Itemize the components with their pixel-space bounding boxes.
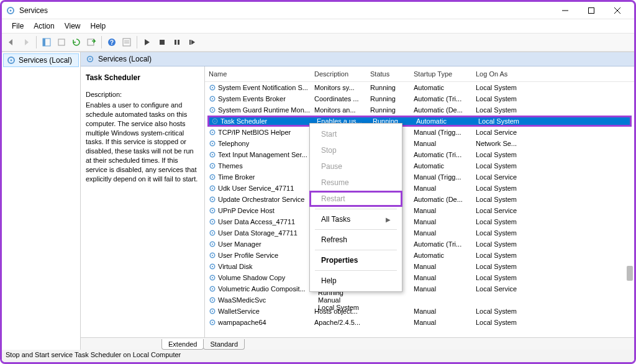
service-row[interactable]: User Profile ServiceAutomaticLocal Syste… [205, 250, 634, 261]
service-row[interactable]: System Event Notification S...Monitors s… [205, 82, 634, 93]
service-startup: Automatic [414, 117, 476, 125]
service-row[interactable]: Update Orchestrator ServiceAutomatic (De… [205, 194, 634, 205]
svg-point-46 [212, 210, 213, 211]
service-row[interactable]: System Events BrokerCoordinates ...Runni… [205, 93, 634, 104]
service-logon: Local System [472, 95, 525, 102]
tab-extended[interactable]: Extended [161, 339, 204, 350]
svg-point-54 [212, 255, 213, 256]
ctx-help[interactable]: Help [310, 273, 402, 289]
service-status: Running [366, 84, 410, 91]
service-logon: Local System [472, 274, 525, 281]
service-row[interactable]: User ManagerAutomatic (Tri...Local Syste… [205, 239, 634, 250]
service-name: User Data Storage_47711 [218, 229, 298, 237]
svg-point-48 [212, 221, 213, 222]
service-row[interactable]: Task SchedulerEnables a us...RunningAuto… [207, 116, 632, 127]
service-row[interactable]: WalletServiceHosts object...ManualLocal … [205, 306, 634, 317]
svg-text:?: ? [110, 39, 114, 46]
pause-service-button[interactable] [170, 35, 184, 49]
service-name: Virtual Disk [218, 263, 252, 270]
service-logon: Local System [472, 84, 525, 91]
service-logon: Local System [472, 196, 525, 203]
show-hide-tree-button[interactable] [40, 35, 53, 49]
service-row[interactable]: Virtual DiskProvides ma...ManualLocal Sy… [205, 261, 634, 272]
menu-view[interactable]: View [60, 20, 86, 32]
ctx-stop[interactable]: Stop [310, 142, 402, 158]
restart-service-button[interactable] [185, 35, 199, 49]
minimize-button[interactable] [552, 2, 578, 19]
scrollbar-thumb[interactable] [627, 266, 633, 281]
service-row[interactable]: User Data Storage_47711ManualLocal Syste… [205, 227, 634, 239]
service-row[interactable]: TelephonyManualNetwork Se... [205, 138, 634, 149]
service-row[interactable]: wampapache64Apache/2.4.5...ManualLocal S… [205, 317, 634, 328]
service-name: wampapache64 [218, 319, 266, 326]
service-name: TCP/IP NetBIOS Helper [218, 129, 291, 136]
titlebar: Services [2, 2, 634, 19]
service-row[interactable]: User Data Access_47711ManualLocal System [205, 216, 634, 227]
service-row[interactable]: UPnP Device HostManualLocal Service [205, 205, 634, 216]
service-startup: Manual [410, 307, 472, 315]
svg-point-58 [212, 277, 213, 278]
col-startup-type[interactable]: Startup Type [410, 70, 472, 78]
export-list-button[interactable] [84, 35, 98, 49]
service-startup: Automatic (Tri... [410, 95, 472, 102]
service-name: Text Input Management Ser... [218, 151, 307, 158]
ctx-restart[interactable]: Restart [309, 191, 402, 207]
back-button[interactable] [4, 35, 18, 49]
maximize-button[interactable] [578, 2, 604, 19]
help-button[interactable]: ? [105, 35, 119, 49]
service-row[interactable]: TCP/IP NetBIOS HelperManual (Trigg...Loc… [205, 127, 634, 138]
ctx-properties[interactable]: Properties [310, 252, 402, 268]
service-name: System Events Broker [218, 95, 286, 102]
service-row[interactable]: Volume Shadow CopyManages an...ManualLoc… [205, 272, 634, 283]
close-button[interactable] [604, 2, 630, 19]
main-header: Services (Local) [81, 52, 634, 66]
col-description[interactable]: Description [311, 70, 366, 78]
service-row[interactable]: System Guard Runtime Mon...Monitors an..… [205, 104, 634, 116]
gear-icon [209, 296, 216, 304]
nav-services-local[interactable]: Services (Local) [3, 53, 79, 67]
svg-point-32 [212, 132, 213, 133]
menu-action[interactable]: Action [29, 20, 59, 32]
ctx-all-tasks[interactable]: All Tasks▶ [310, 211, 402, 227]
forward-button[interactable] [19, 35, 33, 49]
col-name[interactable]: Name [205, 70, 311, 78]
svg-rect-16 [175, 40, 176, 45]
service-logon: Local System [472, 184, 525, 192]
service-logon: Local System [472, 106, 525, 114]
col-status[interactable]: Status [366, 70, 410, 78]
service-row[interactable]: Volumetric Audio Composit...Hosts spatia… [205, 283, 634, 294]
service-startup: Manual (Trigg... [410, 129, 472, 136]
service-row[interactable]: Udk User Service_47711ManualLocal System [205, 183, 634, 194]
svg-point-22 [89, 58, 91, 60]
svg-point-26 [212, 98, 213, 99]
svg-point-38 [212, 165, 213, 166]
start-service-button[interactable] [140, 35, 154, 49]
service-row[interactable]: Text Input Management Ser...Automatic (T… [205, 149, 634, 160]
svg-point-36 [212, 154, 213, 155]
stop-service-button[interactable] [155, 35, 169, 49]
service-logon: Local System [472, 240, 525, 248]
column-headers[interactable]: Name Description Status Startup Type Log… [205, 66, 634, 82]
service-logon: Local Service [472, 173, 525, 181]
properties-button[interactable] [120, 35, 134, 49]
export-button[interactable] [55, 35, 68, 49]
services-app-icon [6, 6, 16, 16]
tab-standard[interactable]: Standard [203, 339, 245, 350]
window-title: Services [19, 6, 552, 15]
svg-point-24 [212, 87, 213, 88]
gear-icon [209, 285, 216, 293]
refresh-button[interactable] [70, 35, 83, 49]
svg-rect-9 [88, 39, 94, 45]
service-row[interactable]: Time BrokerManual (Trigg...Local Service [205, 171, 634, 183]
menu-help[interactable]: Help [86, 20, 111, 32]
services-list[interactable]: Name Description Status Startup Type Log… [205, 66, 634, 337]
svg-point-44 [212, 199, 213, 200]
service-row[interactable]: ThemesAutomaticLocal System [205, 160, 634, 171]
ctx-refresh[interactable]: Refresh [310, 232, 402, 248]
context-menu: Start Stop Pause Resume Restart All Task… [309, 123, 402, 292]
col-log-on-as[interactable]: Log On As [472, 70, 525, 78]
svg-point-50 [212, 232, 213, 234]
service-name: System Guard Runtime Mon... [218, 106, 310, 114]
service-row[interactable]: WaaSMedicSvcRunningManualLocal System [205, 294, 634, 306]
menu-file[interactable]: File [7, 20, 29, 32]
